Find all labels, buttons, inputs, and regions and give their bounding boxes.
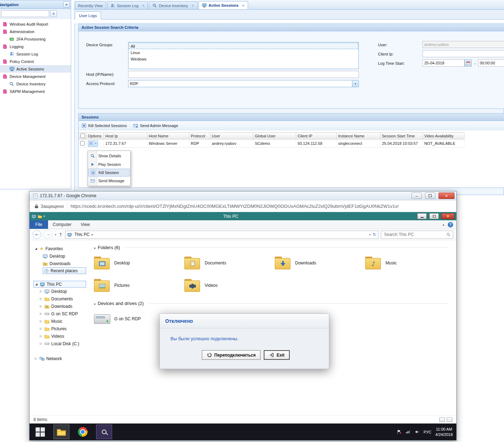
tab-close-icon[interactable] <box>142 4 145 7</box>
close-button[interactable]: ✕ <box>439 193 455 199</box>
host-input[interactable] <box>128 71 359 78</box>
tree-pc-downloads[interactable]: Downloads <box>39 302 88 310</box>
action-center-icon[interactable] <box>397 429 401 435</box>
reconnect-button[interactable]: Переподключиться <box>202 350 261 360</box>
refresh-icon[interactable]: ↻ <box>373 232 376 237</box>
tab-close-icon[interactable] <box>191 4 194 7</box>
nav-item-device-management[interactable]: Device Management <box>0 73 71 80</box>
search-input[interactable] <box>383 232 445 237</box>
collapse-panel-button[interactable]: « <box>63 1 69 7</box>
collapse-group-icon[interactable]: ▴ <box>94 246 96 249</box>
ribbon-collapse-icon[interactable]: ▴ <box>442 223 444 226</box>
calendar-icon[interactable] <box>464 59 472 67</box>
expander-icon[interactable] <box>34 357 38 360</box>
nav-item-device-inventory[interactable]: Device Inventory <box>0 80 71 88</box>
tree-desktop[interactable]: Desktop <box>43 252 88 260</box>
row-checkbox[interactable] <box>80 141 85 146</box>
ribbon-tab-file[interactable]: File <box>30 220 48 229</box>
tree-pc-desktop[interactable]: Desktop <box>39 288 88 295</box>
breadcrumb-arrow-icon[interactable]: ▸ <box>92 233 94 236</box>
client-ip-input[interactable] <box>422 50 504 57</box>
tree-pc-g-drive[interactable]: G on SC RDP <box>39 310 88 317</box>
expander-icon[interactable] <box>39 335 43 338</box>
navigation-search-input[interactable] <box>1 10 49 17</box>
session-row[interactable]: ▾ 172.31.7.67 Windows Server RDP andrey.… <box>79 140 464 148</box>
ribbon-tab-view[interactable]: View <box>76 220 95 229</box>
expander-icon[interactable] <box>39 297 43 300</box>
folder-tile-pictures[interactable]: Pictures <box>94 275 184 296</box>
col-instance-name[interactable]: Instance Name <box>337 133 380 140</box>
nav-item-administration[interactable]: Administration <box>0 28 71 35</box>
folder-tile-downloads[interactable]: Downloads <box>275 253 365 273</box>
col-video-availability[interactable]: Video Availability <box>423 133 464 140</box>
user-input[interactable] <box>422 41 504 48</box>
nav-item-2fa-provisioning[interactable]: 2FA Provisioning <box>0 35 71 43</box>
tab-active-sessions[interactable]: Active Sessions <box>199 1 248 9</box>
col-session-start-time[interactable]: Session Start Time <box>380 133 423 140</box>
tree-downloads[interactable]: Downloads <box>43 260 88 267</box>
menu-item-kill-session[interactable]: Kill Session <box>88 169 130 177</box>
tree-recent-places[interactable]: Recent places <box>43 267 86 274</box>
ribbon-tab-computer[interactable]: Computer <box>48 220 76 229</box>
folder-tile-documents[interactable]: Documents <box>184 253 275 273</box>
listbox-option-linux[interactable]: Linux <box>129 49 358 56</box>
maximize-button[interactable] <box>425 193 435 199</box>
start-button[interactable] <box>32 425 48 439</box>
taskbar-chrome-button[interactable] <box>75 425 91 439</box>
breadcrumb[interactable]: This PC <box>74 232 90 237</box>
kill-selected-sessions-button[interactable]: Kill Selected Sessions <box>82 123 127 128</box>
chevron-down-icon[interactable]: ▾ <box>43 215 45 218</box>
expander-icon[interactable] <box>39 327 43 330</box>
drives-group-header[interactable]: ▴ Devices and drives (2) <box>94 301 456 306</box>
explorer-address-box[interactable]: This PC ▸ ▾ ↻ <box>65 231 378 239</box>
expander-icon[interactable] <box>35 283 38 286</box>
expander-icon[interactable] <box>39 320 43 323</box>
select-all-checkbox[interactable] <box>80 133 85 138</box>
taskbar-clock[interactable]: 11:00 AM 4/24/2018 <box>435 427 453 437</box>
tree-pc-pictures[interactable]: Pictures <box>39 325 88 332</box>
expander-icon[interactable] <box>39 290 43 293</box>
explorer-search-box[interactable] <box>381 231 453 239</box>
nav-item-sapm-management[interactable]: SAPM Management <box>0 88 71 95</box>
security-indicator[interactable]: Защищено <box>34 203 64 209</box>
row-options-button[interactable]: ▾ <box>88 141 98 147</box>
tree-favorites[interactable]: Favorites <box>30 245 88 252</box>
maximize-button[interactable] <box>429 213 439 219</box>
folders-group-header[interactable]: ▴ Folders (6) <box>94 245 456 250</box>
up-button[interactable]: ↑ <box>59 232 63 237</box>
expander-icon[interactable] <box>34 247 38 250</box>
taskbar-search-button[interactable] <box>96 425 112 439</box>
col-client-ip[interactable]: Client IP <box>296 133 337 140</box>
chrome-address-bar[interactable]: Защищено https://scedc.krontech.com/rdp-… <box>30 200 456 212</box>
access-protocol-select[interactable]: RDP ▾ <box>128 80 359 87</box>
chrome-title-bar[interactable]: 172.31.7.67 - Google Chrome – ✕ <box>30 191 456 200</box>
chevron-down-icon[interactable]: ▾ <box>352 80 358 87</box>
expander-icon[interactable] <box>39 312 43 315</box>
tab-user-logs[interactable]: User Logs <box>75 11 101 20</box>
tab-session-log[interactable]: Session Log <box>107 1 148 9</box>
network-icon[interactable] <box>405 429 410 435</box>
taskbar-file-explorer-button[interactable] <box>53 425 69 439</box>
exit-button[interactable]: Exit <box>264 350 290 360</box>
tree-pc-music[interactable]: Music <box>39 317 88 325</box>
back-button[interactable]: ← <box>33 230 41 239</box>
tab-device-inventory[interactable]: Device Inventory <box>149 1 197 9</box>
menu-item-show-details[interactable]: Show Details <box>88 152 130 160</box>
folder-tile-desktop[interactable]: Desktop <box>94 253 184 273</box>
col-host-name[interactable]: Host Name <box>147 133 189 140</box>
log-time-input[interactable] <box>478 59 504 67</box>
history-dropdown-icon[interactable]: ▾ <box>55 233 56 236</box>
folder-icon[interactable] <box>37 214 42 219</box>
listbox-option-windows[interactable]: Windows <box>129 56 358 62</box>
minimize-button[interactable]: – <box>411 193 422 199</box>
col-global-user[interactable]: Global User <box>253 133 296 140</box>
minimize-button[interactable] <box>417 213 427 219</box>
tab-close-icon[interactable] <box>242 4 245 7</box>
address-dropdown-icon[interactable]: ▾ <box>369 233 371 236</box>
help-icon[interactable]: ? <box>448 222 453 227</box>
computer-icon[interactable] <box>31 214 36 219</box>
collapse-group-icon[interactable]: ▴ <box>94 302 96 305</box>
log-date-input[interactable] <box>422 59 464 67</box>
col-options[interactable]: Options <box>86 133 104 140</box>
volume-icon[interactable] <box>414 429 420 435</box>
